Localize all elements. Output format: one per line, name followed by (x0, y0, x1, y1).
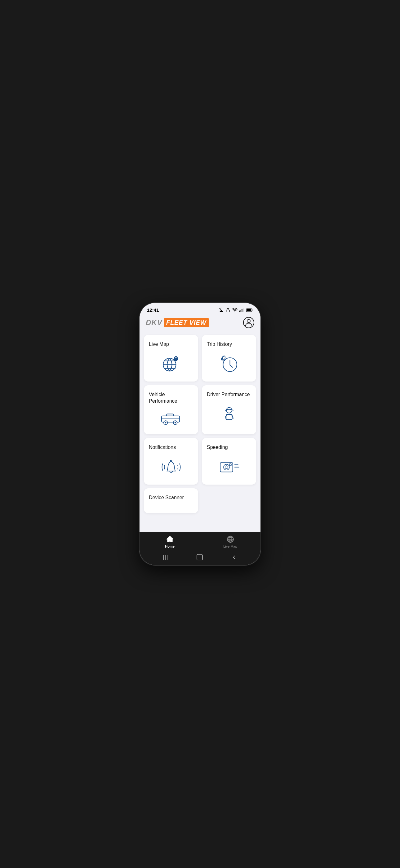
status-time: 12:41 (147, 307, 159, 313)
svg-rect-2 (241, 310, 241, 312)
card-label-trip-history: Trip History (207, 341, 232, 348)
card-label-live-map: Live Map (149, 341, 169, 348)
svg-rect-27 (197, 554, 202, 560)
svg-point-19 (226, 408, 232, 413)
status-bar: 12:41 (139, 303, 261, 314)
nav-label-live-map: Live Map (223, 545, 237, 548)
card-label-speeding: Speeding (207, 444, 228, 451)
bottom-nav: Home Live Map (139, 532, 261, 551)
wifi-icon (232, 308, 237, 312)
svg-point-21 (170, 460, 172, 462)
menu-card-trip-history[interactable]: Trip History (202, 335, 256, 381)
logo: DKV FLEET VIEW (146, 318, 209, 327)
nav-item-home[interactable]: Home (139, 532, 200, 551)
menu-grid: Live Map (144, 335, 256, 513)
svg-rect-0 (226, 310, 230, 312)
signal-icon (239, 308, 244, 312)
svg-rect-3 (241, 309, 242, 312)
nav-label-home: Home (165, 545, 174, 548)
profile-button[interactable] (243, 317, 254, 328)
svg-point-12 (175, 357, 176, 359)
main-content: Live Map (139, 333, 261, 532)
menu-card-device-scanner[interactable]: Device Scanner (144, 488, 198, 513)
svg-rect-25 (229, 464, 231, 466)
android-nav: ||| (139, 551, 261, 565)
logo-dkv: DKV (146, 318, 163, 327)
menu-card-speeding[interactable]: Speeding (202, 438, 256, 485)
svg-point-8 (247, 319, 250, 322)
card-label-vehicle-performance: Vehicle Performance (149, 392, 193, 404)
card-label-notifications: Notifications (149, 444, 176, 451)
menu-card-vehicle-performance[interactable]: Vehicle Performance (144, 385, 198, 434)
phone-frame: 12:41 (139, 303, 261, 565)
menu-card-live-map[interactable]: Live Map (144, 335, 198, 381)
android-back-button[interactable] (231, 554, 237, 560)
battery-icon (246, 308, 253, 312)
van-icon (149, 409, 193, 428)
svg-point-16 (165, 422, 166, 424)
globe-pin-icon (149, 353, 193, 375)
svg-rect-1 (239, 310, 240, 312)
driver-icon (207, 403, 251, 428)
clock-history-icon (207, 353, 251, 375)
svg-rect-4 (243, 308, 243, 312)
speed-camera-icon (207, 456, 251, 478)
nav-item-live-map[interactable]: Live Map (200, 532, 261, 551)
android-home-button[interactable] (196, 554, 203, 561)
svg-point-23 (224, 464, 229, 470)
logo-fleet: FLEET VIEW (164, 318, 209, 327)
lock-icon (226, 308, 230, 313)
svg-rect-6 (247, 309, 251, 311)
phone-screen: 12:41 (139, 303, 261, 565)
android-recents-button[interactable]: ||| (163, 554, 168, 560)
status-icons (219, 308, 253, 313)
bell-icon (149, 456, 193, 478)
header: DKV FLEET VIEW (139, 314, 261, 333)
card-label-driver-performance: Driver Performance (207, 392, 250, 398)
svg-point-18 (174, 422, 176, 424)
menu-card-driver-performance[interactable]: Driver Performance (202, 385, 256, 434)
menu-card-notifications[interactable]: Notifications (144, 438, 198, 485)
card-label-device-scanner: Device Scanner (149, 495, 184, 501)
svg-point-24 (225, 466, 228, 468)
mute-icon (219, 308, 224, 313)
